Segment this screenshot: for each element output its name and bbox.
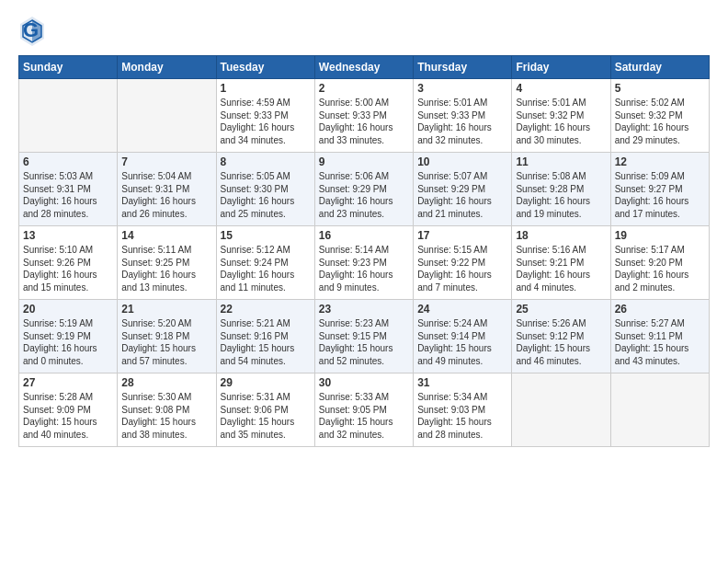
day-cell: 21Sunrise: 5:20 AM Sunset: 9:18 PM Dayli…: [118, 300, 216, 373]
day-detail: Sunrise: 5:34 AM Sunset: 9:03 PM Dayligh…: [417, 391, 507, 441]
day-cell: 7Sunrise: 5:04 AM Sunset: 9:31 PM Daylig…: [118, 153, 216, 226]
day-detail: Sunrise: 4:59 AM Sunset: 9:33 PM Dayligh…: [221, 97, 311, 146]
day-cell: 4Sunrise: 5:01 AM Sunset: 9:32 PM Daylig…: [512, 79, 610, 153]
weekday-header-row: SundayMondayTuesdayWednesdayThursdayFrid…: [19, 56, 710, 79]
day-cell: 24Sunrise: 5:24 AM Sunset: 9:14 PM Dayli…: [414, 300, 512, 373]
day-detail: Sunrise: 5:28 AM Sunset: 9:09 PM Dayligh…: [23, 391, 113, 441]
day-cell: 28Sunrise: 5:30 AM Sunset: 9:08 PM Dayli…: [118, 373, 216, 447]
day-cell: 18Sunrise: 5:16 AM Sunset: 9:21 PM Dayli…: [512, 226, 610, 300]
day-number: 12: [615, 155, 705, 168]
logo-icon: G: [18, 15, 46, 48]
day-cell: [118, 79, 216, 153]
day-number: 4: [516, 82, 606, 95]
day-detail: Sunrise: 5:06 AM Sunset: 9:29 PM Dayligh…: [319, 170, 409, 220]
day-cell: 8Sunrise: 5:05 AM Sunset: 9:30 PM Daylig…: [216, 153, 314, 226]
day-detail: Sunrise: 5:03 AM Sunset: 9:31 PM Dayligh…: [23, 170, 113, 220]
day-number: 13: [23, 229, 113, 242]
day-detail: Sunrise: 5:30 AM Sunset: 9:08 PM Dayligh…: [121, 391, 211, 441]
day-number: 20: [23, 303, 113, 316]
day-cell: 16Sunrise: 5:14 AM Sunset: 9:23 PM Dayli…: [314, 226, 413, 300]
day-number: 14: [121, 229, 211, 242]
day-number: 21: [121, 303, 211, 316]
day-number: 31: [417, 376, 507, 389]
day-number: 16: [319, 229, 409, 242]
day-detail: Sunrise: 5:20 AM Sunset: 9:18 PM Dayligh…: [121, 317, 211, 367]
day-number: 17: [417, 229, 507, 242]
weekday-header-sunday: Sunday: [19, 56, 118, 79]
day-detail: Sunrise: 5:27 AM Sunset: 9:11 PM Dayligh…: [615, 317, 705, 367]
day-cell: 11Sunrise: 5:08 AM Sunset: 9:28 PM Dayli…: [512, 153, 610, 226]
weekday-header-friday: Friday: [512, 56, 610, 79]
day-cell: 17Sunrise: 5:15 AM Sunset: 9:22 PM Dayli…: [414, 226, 512, 300]
week-row-4: 20Sunrise: 5:19 AM Sunset: 9:19 PM Dayli…: [19, 300, 710, 373]
day-number: 6: [23, 155, 113, 168]
day-detail: Sunrise: 5:17 AM Sunset: 9:20 PM Dayligh…: [615, 244, 705, 293]
day-number: 5: [615, 82, 705, 95]
day-cell: 15Sunrise: 5:12 AM Sunset: 9:24 PM Dayli…: [216, 226, 314, 300]
day-cell: 10Sunrise: 5:07 AM Sunset: 9:29 PM Dayli…: [414, 153, 512, 226]
weekday-header-wednesday: Wednesday: [314, 56, 413, 79]
day-cell: [512, 373, 610, 447]
day-number: 29: [221, 376, 311, 389]
day-cell: 31Sunrise: 5:34 AM Sunset: 9:03 PM Dayli…: [414, 373, 512, 447]
day-cell: [610, 373, 709, 447]
week-row-3: 13Sunrise: 5:10 AM Sunset: 9:26 PM Dayli…: [19, 226, 710, 300]
day-cell: 2Sunrise: 5:00 AM Sunset: 9:33 PM Daylig…: [314, 79, 413, 153]
day-detail: Sunrise: 5:01 AM Sunset: 9:33 PM Dayligh…: [417, 97, 507, 146]
day-detail: Sunrise: 5:14 AM Sunset: 9:23 PM Dayligh…: [319, 244, 409, 293]
day-number: 25: [516, 303, 606, 316]
day-cell: 25Sunrise: 5:26 AM Sunset: 9:12 PM Dayli…: [512, 300, 610, 373]
day-cell: 30Sunrise: 5:33 AM Sunset: 9:05 PM Dayli…: [314, 373, 413, 447]
day-number: 15: [221, 229, 311, 242]
day-cell: 9Sunrise: 5:06 AM Sunset: 9:29 PM Daylig…: [314, 153, 413, 226]
week-row-5: 27Sunrise: 5:28 AM Sunset: 9:09 PM Dayli…: [19, 373, 710, 447]
day-number: 23: [319, 303, 409, 316]
day-detail: Sunrise: 5:24 AM Sunset: 9:14 PM Dayligh…: [417, 317, 507, 367]
day-number: 18: [516, 229, 606, 242]
day-detail: Sunrise: 5:04 AM Sunset: 9:31 PM Dayligh…: [121, 170, 211, 220]
day-number: 24: [417, 303, 507, 316]
day-number: 8: [221, 155, 311, 168]
day-detail: Sunrise: 5:33 AM Sunset: 9:05 PM Dayligh…: [319, 391, 409, 441]
day-detail: Sunrise: 5:19 AM Sunset: 9:19 PM Dayligh…: [23, 317, 113, 367]
week-row-1: 1Sunrise: 4:59 AM Sunset: 9:33 PM Daylig…: [19, 79, 710, 153]
day-cell: 14Sunrise: 5:11 AM Sunset: 9:25 PM Dayli…: [118, 226, 216, 300]
day-cell: 22Sunrise: 5:21 AM Sunset: 9:16 PM Dayli…: [216, 300, 314, 373]
day-detail: Sunrise: 5:10 AM Sunset: 9:26 PM Dayligh…: [23, 244, 113, 293]
svg-text:G: G: [23, 18, 39, 41]
day-cell: 5Sunrise: 5:02 AM Sunset: 9:32 PM Daylig…: [610, 79, 709, 153]
day-detail: Sunrise: 5:31 AM Sunset: 9:06 PM Dayligh…: [221, 391, 311, 441]
day-detail: Sunrise: 5:23 AM Sunset: 9:15 PM Dayligh…: [319, 317, 409, 367]
day-number: 28: [121, 376, 211, 389]
day-cell: 12Sunrise: 5:09 AM Sunset: 9:27 PM Dayli…: [610, 153, 709, 226]
day-detail: Sunrise: 5:02 AM Sunset: 9:32 PM Dayligh…: [615, 97, 705, 146]
day-cell: 13Sunrise: 5:10 AM Sunset: 9:26 PM Dayli…: [19, 226, 118, 300]
weekday-header-saturday: Saturday: [610, 56, 709, 79]
day-cell: 27Sunrise: 5:28 AM Sunset: 9:09 PM Dayli…: [19, 373, 118, 447]
day-detail: Sunrise: 5:01 AM Sunset: 9:32 PM Dayligh…: [516, 97, 606, 146]
day-detail: Sunrise: 5:05 AM Sunset: 9:30 PM Dayligh…: [221, 170, 311, 220]
day-detail: Sunrise: 5:21 AM Sunset: 9:16 PM Dayligh…: [221, 317, 311, 367]
day-detail: Sunrise: 5:26 AM Sunset: 9:12 PM Dayligh…: [516, 317, 606, 367]
day-cell: [19, 79, 118, 153]
day-number: 26: [615, 303, 705, 316]
day-detail: Sunrise: 5:07 AM Sunset: 9:29 PM Dayligh…: [417, 170, 507, 220]
day-number: 11: [516, 155, 606, 168]
page: G SundayMondayTuesdayWednesdayThursdayFr…: [0, 0, 728, 456]
day-detail: Sunrise: 5:00 AM Sunset: 9:33 PM Dayligh…: [319, 97, 409, 146]
weekday-header-monday: Monday: [118, 56, 216, 79]
day-number: 7: [121, 155, 211, 168]
weekday-header-tuesday: Tuesday: [216, 56, 314, 79]
day-cell: 1Sunrise: 4:59 AM Sunset: 9:33 PM Daylig…: [216, 79, 314, 153]
day-number: 22: [221, 303, 311, 316]
day-number: 27: [23, 376, 113, 389]
day-detail: Sunrise: 5:09 AM Sunset: 9:27 PM Dayligh…: [615, 170, 705, 220]
day-detail: Sunrise: 5:12 AM Sunset: 9:24 PM Dayligh…: [221, 244, 311, 293]
day-number: 10: [417, 155, 507, 168]
week-row-2: 6Sunrise: 5:03 AM Sunset: 9:31 PM Daylig…: [19, 153, 710, 226]
day-cell: 29Sunrise: 5:31 AM Sunset: 9:06 PM Dayli…: [216, 373, 314, 447]
day-detail: Sunrise: 5:15 AM Sunset: 9:22 PM Dayligh…: [417, 244, 507, 293]
header: G: [18, 15, 710, 48]
day-cell: 19Sunrise: 5:17 AM Sunset: 9:20 PM Dayli…: [610, 226, 709, 300]
logo: G: [18, 15, 46, 48]
